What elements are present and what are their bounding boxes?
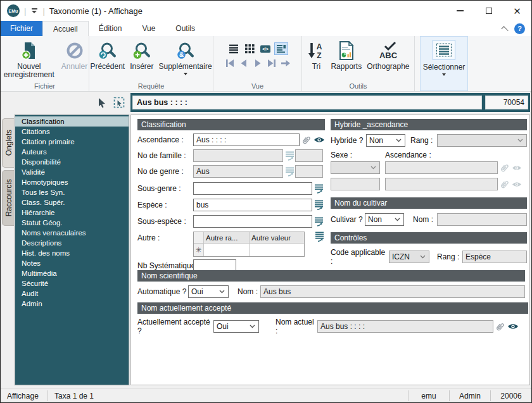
attachment-icon-disabled[interactable] (500, 179, 510, 189)
sidebar-item-citations[interactable]: Citations (15, 127, 129, 137)
hybride-ascendance-field-1[interactable] (385, 161, 498, 174)
sidebar-item-classification[interactable]: Classification (15, 116, 129, 127)
select-mode-cursor-icon[interactable] (113, 97, 125, 108)
next-record-icon[interactable] (251, 58, 263, 68)
sidebar-item-disponibilite[interactable]: Disponibilité (15, 157, 129, 167)
reports-button[interactable]: Rapports (328, 39, 364, 72)
cultivar-dropdown[interactable]: Non (365, 213, 404, 226)
sidebar-item-hierarchie[interactable]: Hiérarchie (15, 208, 129, 218)
hybride-dropdown[interactable]: Non (366, 134, 405, 147)
lookup-list-icon[interactable] (315, 232, 325, 242)
sidebar-item-class-super[interactable]: Class. Supér. (15, 197, 129, 208)
autre-col2-cell[interactable] (250, 244, 304, 256)
automatique-dropdown[interactable]: Oui (188, 285, 229, 298)
sidebar-item-statut-geog[interactable]: Statut Géog. (15, 218, 129, 228)
autre-col1-cell[interactable] (204, 244, 250, 256)
view-attachment-eye-icon[interactable] (507, 323, 519, 330)
lookup-list-icon[interactable] (314, 216, 324, 226)
sidebar-item-multimedia[interactable]: Multimédia (15, 268, 129, 278)
chevron-down-icon (370, 166, 376, 170)
menu-bar: Fichier Accueil Édition Vue Outils ? (1, 21, 531, 36)
attachment-icon-disabled[interactable] (500, 163, 510, 173)
ascendance-field[interactable]: Aus : : : : (193, 133, 300, 146)
tab-edition[interactable]: Édition (89, 21, 132, 36)
sous-espece-field[interactable] (193, 215, 312, 228)
sidebar-item-tous-les-syn[interactable]: Tous les Syn. (15, 187, 129, 197)
lookup-list-icon[interactable] (285, 166, 295, 177)
reports-label: Rapports (331, 63, 362, 71)
attachment-icon[interactable] (301, 135, 312, 145)
sidebar-item-noms-vernaculaires[interactable]: Noms vernaculaires (15, 228, 129, 238)
sexe-dropdown-1[interactable] (331, 161, 380, 174)
tab-vue[interactable]: Vue (132, 21, 165, 36)
controles-rang-field[interactable]: Espèce (462, 251, 527, 263)
quick-access-dropdown-icon[interactable] (30, 8, 38, 13)
lookup-list-icon[interactable] (314, 183, 324, 194)
nom-scientifique-field[interactable]: Aus bus (260, 285, 525, 298)
sidebar-item-descriptions[interactable]: Descriptions (15, 238, 129, 248)
nom-actuel-field[interactable]: Aus bus : : : : (317, 320, 493, 333)
goto-record-icon[interactable] (279, 58, 291, 68)
cultivar-nom-field[interactable] (437, 213, 527, 226)
list-view-icon[interactable] (227, 42, 241, 55)
no-famille-field[interactable] (193, 149, 283, 162)
sous-genre-field[interactable] (193, 182, 312, 195)
maximize-button[interactable] (474, 1, 503, 21)
maximize-icon (486, 8, 492, 14)
sidebar-item-notes[interactable]: Notes (15, 258, 129, 268)
hybride-ascendance-field-2[interactable] (385, 178, 498, 190)
view-attachment-eye-icon-disabled[interactable] (512, 164, 522, 171)
new-record-button[interactable]: Nouvel enregistrement (0, 39, 59, 80)
sidebar-item-securite[interactable]: Sécurité (15, 278, 129, 288)
lookup-list-icon[interactable] (285, 151, 295, 161)
sidebar-item-audit[interactable]: Audit (15, 288, 129, 299)
select-label: Sélectionner (423, 63, 466, 71)
collapse-ribbon-icon[interactable] (501, 26, 508, 33)
sort-button[interactable]: A Z Tri (304, 39, 328, 72)
sidebar-item-auteurs[interactable]: Auteurs (15, 147, 129, 157)
last-record-icon[interactable] (265, 58, 277, 68)
search-insert-button[interactable]: Insérer (127, 39, 156, 72)
code-applicable-dropdown[interactable]: ICZN (389, 251, 429, 263)
record-irn-field[interactable]: 70054 (485, 96, 528, 109)
search-additional-button[interactable]: & Supplémentaire (156, 39, 215, 77)
select-button[interactable]: Sélectionner (420, 36, 468, 91)
spelling-button[interactable]: ABC Orthographe (364, 39, 412, 72)
grid-view-icon[interactable] (243, 42, 256, 55)
window-title: Taxonomie (1) - Affichage (49, 6, 142, 16)
no-genre-field[interactable]: Aus (193, 165, 283, 178)
help-icon[interactable]: ? (514, 23, 525, 34)
previous-record-icon[interactable] (238, 58, 250, 68)
sidebar-item-citation-primaire[interactable]: Citation primaire (15, 137, 129, 147)
espece-field[interactable]: bus (193, 199, 312, 211)
actuellement-accepte-dropdown[interactable]: Oui (213, 320, 259, 333)
view-attachment-eye-icon[interactable] (314, 136, 325, 144)
detail-view-icon[interactable] (274, 42, 288, 55)
sidebar-item-homotypiques[interactable]: Homotypiques (15, 177, 129, 187)
tab-accueil[interactable]: Accueil (42, 21, 89, 36)
side-tab-onglets[interactable]: Onglets (2, 118, 15, 168)
sidebar-item-admin[interactable]: Admin (15, 299, 129, 309)
code-view-icon[interactable]: </> (258, 42, 272, 55)
sexe-field-2[interactable] (331, 178, 380, 190)
search-additional-label: Supplémentaire (159, 63, 212, 71)
no-famille-code-field[interactable] (295, 149, 323, 162)
close-button[interactable]: ✕ (503, 1, 531, 21)
tab-outils[interactable]: Outils (165, 21, 205, 36)
no-genre-code-field[interactable] (295, 165, 323, 178)
pointer-cursor-icon[interactable] (96, 97, 108, 108)
hybride-rang-dropdown[interactable] (437, 134, 527, 147)
cancel-button[interactable]: Annuler (59, 39, 90, 72)
autre-new-row[interactable]: ✳ (194, 244, 304, 256)
search-previous-button[interactable]: Précédent (87, 39, 127, 72)
sidebar-item-validite[interactable]: Validité (15, 167, 129, 177)
minimize-button[interactable] (446, 1, 474, 21)
lookup-list-icon[interactable] (314, 200, 324, 210)
sidebar-item-hist-des-noms[interactable]: Hist. des noms (15, 248, 129, 258)
view-attachment-eye-icon-disabled[interactable] (512, 181, 522, 188)
attachment-icon[interactable] (495, 321, 505, 332)
first-record-icon[interactable] (224, 58, 236, 68)
tab-fichier[interactable]: Fichier (1, 21, 42, 36)
record-summary-field[interactable]: Aus bus : : : : (132, 96, 482, 109)
side-tab-raccourcis[interactable]: Raccourcis (2, 170, 15, 226)
